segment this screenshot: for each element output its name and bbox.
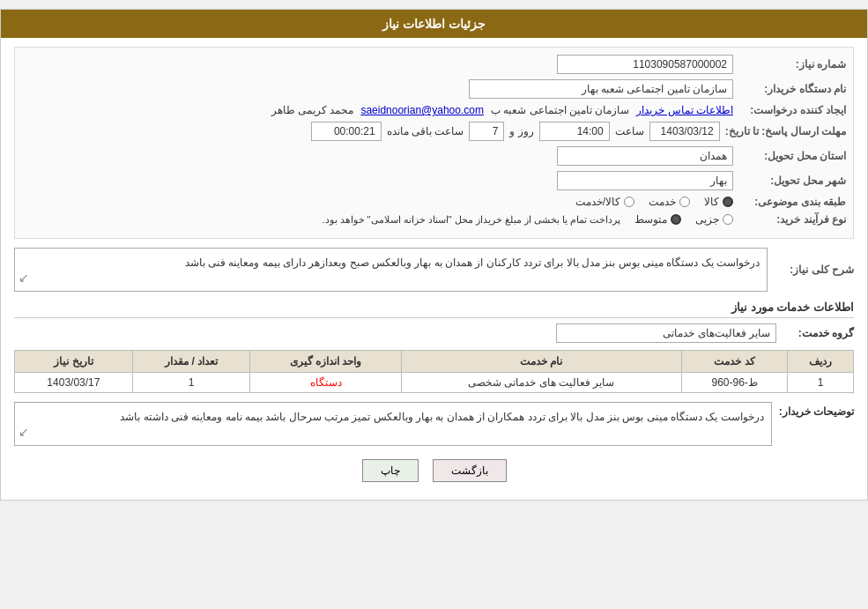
deadline-row: مهلت ارسال پاسخ: تا تاریخ: 1403/03/12 سا… bbox=[22, 122, 846, 141]
col-quantity: تعداد / مقدار bbox=[132, 351, 250, 373]
city-value: بهار bbox=[557, 171, 733, 190]
service-group-row: گروه خدمت: سایر فعالیت‌های خدماتی bbox=[14, 323, 854, 343]
general-desc-value: درخواست یک دستگاه مینی بوس بنز مدل بالا … bbox=[14, 248, 768, 292]
col-name: نام خدمت bbox=[401, 351, 681, 373]
content-area: شماره نیاز: 1103090587000002 نام دستگاه … bbox=[1, 38, 867, 500]
province-label: استان محل تحویل: bbox=[740, 150, 846, 162]
deadline-remaining-label: ساعت باقی مانده bbox=[387, 125, 464, 137]
buyer-notes-label: توضیحات خریدار: bbox=[779, 402, 854, 418]
creator-org: سازمان تامین اجتماعی شعبه ب bbox=[491, 104, 629, 116]
page-title: جزئیات اطلاعات نیاز bbox=[382, 17, 486, 31]
category-goods-radio[interactable] bbox=[723, 197, 733, 207]
creator-email[interactable]: saeidnoorian@yahoo.com bbox=[360, 104, 484, 116]
request-number-value: 1103090587000002 bbox=[557, 55, 733, 74]
city-row: شهر محل تحویل: بهار bbox=[22, 171, 846, 190]
deadline-days: 7 bbox=[469, 122, 504, 141]
deadline-remaining: 00:00:21 bbox=[311, 122, 382, 141]
purchase-type-row: نوع فرآیند خرید: جزیی متوسط پرداخت تمام … bbox=[22, 213, 846, 226]
service-group-label: گروه خدمت: bbox=[783, 327, 854, 339]
city-label: شهر محل تحویل: bbox=[740, 175, 846, 187]
purchase-partial-item[interactable]: جزیی bbox=[695, 213, 733, 226]
category-goods-item[interactable]: کالا bbox=[704, 196, 733, 208]
category-goods-service-item[interactable]: کالا/خدمت bbox=[575, 196, 634, 208]
request-number-label: شماره نیاز: bbox=[740, 58, 846, 71]
buyer-org-row: نام دستگاه خریدار: سازمان تامین اجتماعی … bbox=[22, 79, 846, 99]
general-desc-section: شرح کلی نیاز: درخواست یک دستگاه مینی بوس… bbox=[14, 248, 854, 292]
category-label: طبقه بندی موضوعی: bbox=[740, 196, 846, 208]
category-service-radio[interactable] bbox=[679, 197, 690, 207]
buyer-org-label: نام دستگاه خریدار: bbox=[740, 83, 846, 95]
request-number-row: شماره نیاز: 1103090587000002 bbox=[22, 55, 846, 74]
services-section: اطلاعات خدمات مورد نیاز گروه خدمت: سایر … bbox=[14, 301, 854, 393]
service-group-value: سایر فعالیت‌های خدماتی bbox=[556, 323, 776, 343]
purchase-type-options: جزیی متوسط پرداخت تمام یا بخشی از مبلغ خ… bbox=[322, 213, 733, 226]
purchase-medium-label: متوسط bbox=[634, 213, 667, 226]
col-row-num: ردیف bbox=[788, 351, 854, 373]
deadline-day-label: روز و bbox=[509, 125, 533, 137]
page-header: جزئیات اطلاعات نیاز bbox=[1, 10, 867, 38]
category-goods-label: کالا bbox=[704, 196, 719, 208]
deadline-label: مهلت ارسال پاسخ: تا تاریخ: bbox=[725, 125, 846, 137]
deadline-time-label: ساعت bbox=[615, 125, 644, 137]
services-title: اطلاعات خدمات مورد نیاز bbox=[14, 301, 854, 318]
col-date: تاریخ نیاز bbox=[15, 351, 133, 373]
creator-name: محمد کریمی طاهر bbox=[271, 104, 354, 116]
services-table: ردیف کد خدمت نام خدمت واحد اندازه گیری ت… bbox=[14, 350, 854, 393]
purchase-note: پرداخت تمام یا بخشی از مبلغ خریداز محل "… bbox=[322, 214, 620, 226]
purchase-partial-radio[interactable] bbox=[723, 214, 733, 225]
deadline-date: 1403/03/12 bbox=[649, 122, 720, 141]
print-button[interactable]: چاپ bbox=[362, 459, 419, 482]
back-button[interactable]: بازگشت bbox=[433, 459, 507, 482]
purchase-medium-item[interactable]: متوسط bbox=[634, 213, 681, 226]
buyer-org-value: سازمان تامین اجتماعی شعبه بهار bbox=[469, 79, 733, 99]
general-desc-label: شرح کلی نیاز: bbox=[775, 264, 854, 276]
table-header-row: ردیف کد خدمت نام خدمت واحد اندازه گیری ت… bbox=[15, 351, 854, 373]
table-row: 1ط-96-960سایر فعالیت های خدماتی شخصیدستگ… bbox=[15, 373, 854, 393]
col-code: کد خدمت bbox=[681, 351, 787, 373]
category-service-label: خدمت bbox=[649, 196, 676, 208]
purchase-medium-radio[interactable] bbox=[671, 214, 681, 225]
category-radio-group: کالا خدمت کالا/خدمت bbox=[575, 196, 733, 208]
creator-contact-link[interactable]: اطلاعات تماس خریدار bbox=[636, 104, 733, 116]
main-container: جزئیات اطلاعات نیاز شماره نیاز: 11030905… bbox=[0, 9, 868, 501]
province-value: همدان bbox=[557, 146, 733, 166]
category-goods-service-radio[interactable] bbox=[624, 197, 634, 207]
col-unit: واحد اندازه گیری bbox=[250, 351, 401, 373]
category-row: طبقه بندی موضوعی: کالا خدمت کالا/خدمت bbox=[22, 196, 846, 208]
buyer-notes-row: توضیحات خریدار: درخواست یک دستگاه مینی ب… bbox=[14, 402, 854, 446]
deadline-time: 14:00 bbox=[539, 122, 610, 141]
buttons-row: بازگشت چاپ bbox=[14, 459, 854, 482]
info-section: شماره نیاز: 1103090587000002 نام دستگاه … bbox=[14, 47, 854, 239]
province-row: استان محل تحویل: همدان bbox=[22, 146, 846, 166]
purchase-partial-label: جزیی bbox=[695, 213, 719, 226]
creator-row: ایجاد کننده درخواست: اطلاعات تماس خریدار… bbox=[22, 104, 846, 116]
creator-label: ایجاد کننده درخواست: bbox=[740, 104, 846, 116]
category-service-item[interactable]: خدمت bbox=[649, 196, 690, 208]
purchase-type-label: نوع فرآیند خرید: bbox=[740, 213, 846, 226]
category-goods-service-label: کالا/خدمت bbox=[575, 196, 620, 208]
buyer-notes-value: درخواست یک دستگاه مینی بوس بنز مدل بالا … bbox=[14, 402, 772, 446]
